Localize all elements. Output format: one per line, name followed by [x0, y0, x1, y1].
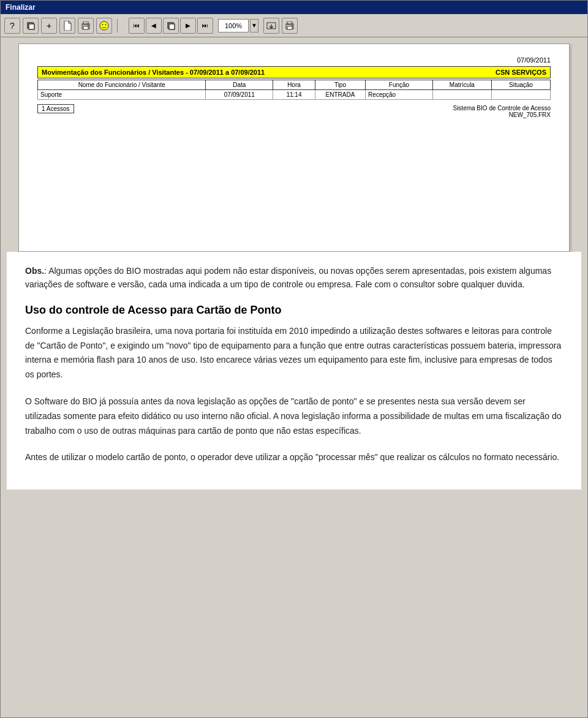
prev-page-button[interactable]: ◀	[146, 18, 162, 34]
cell-hora: 11:14	[273, 90, 315, 100]
first-page-button[interactable]: ⏮	[129, 18, 145, 34]
col-header-data: Data	[206, 80, 273, 90]
report-title-bar: Movimentação dos Funcionários / Visitant…	[37, 66, 551, 78]
col-header-funcao: Função	[366, 80, 433, 90]
file-button[interactable]	[59, 18, 75, 34]
svg-rect-1	[29, 24, 34, 29]
system-name: Sistema BIO de Controle de Acesso	[453, 105, 551, 111]
table-row: Suporte 07/09/2011 11:14 ENTRADA Recepçã…	[38, 90, 551, 100]
last-page-button[interactable]: ⏭	[197, 18, 213, 34]
title-bar: Finalizar	[1, 1, 587, 14]
svg-point-6	[100, 21, 108, 30]
cell-tipo: ENTRADA	[315, 90, 365, 100]
cell-data: 07/09/2011	[206, 90, 273, 100]
section1-title: Uso do controle de Acesso para Cartão de…	[25, 304, 563, 317]
content-area: 07/09/2011 Movimentação dos Funcionários…	[1, 37, 587, 496]
report-title: Movimentação dos Funcionários / Visitant…	[42, 69, 265, 76]
svg-point-7	[102, 24, 104, 25]
add-button[interactable]: +	[41, 18, 57, 34]
col-header-matricula: Matrícula	[432, 80, 491, 90]
svg-point-16	[292, 25, 293, 26]
print-button[interactable]	[78, 18, 94, 34]
nav-group: ⏮ ◀ ▶ ⏭	[129, 18, 213, 34]
cell-situacao	[491, 90, 550, 100]
svg-rect-10	[169, 24, 175, 29]
separator1	[117, 19, 118, 32]
system-info: Sistema BIO de Controle de Acesso NEW_70…	[453, 105, 551, 118]
report-company: CSN SERVIÇOS	[496, 69, 546, 76]
cell-funcao: Recepção	[366, 90, 433, 100]
report-container: 07/09/2011 Movimentação dos Funcionários…	[18, 43, 570, 252]
report-table: Nome do Funcionário / Visitante Data Hor…	[37, 80, 551, 100]
svg-point-8	[105, 24, 107, 25]
print2-button[interactable]	[282, 18, 298, 34]
main-content-area: Obs.: Algumas opções do BIO mostradas aq…	[7, 252, 581, 489]
copy-button[interactable]	[23, 18, 39, 34]
obs-paragraph: Obs.: Algumas opções do BIO mostradas aq…	[25, 264, 563, 292]
zoom-dropdown-button[interactable]: ▼	[250, 19, 258, 32]
svg-rect-4	[83, 26, 88, 29]
zoom-input[interactable]	[218, 19, 249, 32]
export-button[interactable]	[263, 18, 279, 34]
toolbar: ? + ⏮ ◀ ▶ ⏭ ▼	[1, 14, 587, 37]
cell-name: Suporte	[38, 90, 206, 100]
report-date: 07/09/2011	[37, 56, 551, 64]
copy2-button[interactable]	[163, 18, 179, 34]
main-window: Finalizar ? + ⏮ ◀ ▶ ⏭	[0, 0, 588, 718]
system-file: NEW_705.FRX	[453, 111, 551, 118]
col-header-name: Nome do Funcionário / Visitante	[38, 80, 206, 90]
section1-paragraph2: O Software do BIO já possuía antes da no…	[25, 395, 563, 438]
cell-matricula	[432, 90, 491, 100]
svg-rect-15	[287, 26, 292, 29]
col-header-hora: Hora	[273, 80, 315, 90]
svg-point-5	[88, 25, 89, 26]
section1-paragraph1: Conforme a Legislação brasileira, uma no…	[25, 324, 563, 382]
report-footer: 1 Acessos Sistema BIO de Controle de Ace…	[37, 102, 551, 118]
obs-label: Obs.	[25, 266, 44, 276]
access-count-area: 1 Acessos	[37, 102, 74, 118]
col-header-situacao: Situação	[491, 80, 550, 90]
access-badge: 1 Acessos	[37, 104, 74, 113]
next-page-button[interactable]: ▶	[180, 18, 196, 34]
section1-paragraph3: Antes de utilizar o modelo cartão de pon…	[25, 450, 563, 465]
help-button[interactable]: ?	[4, 18, 20, 34]
zoom-group: ▼	[218, 19, 258, 32]
window-title: Finalizar	[6, 3, 36, 12]
col-header-tipo: Tipo	[315, 80, 365, 90]
obs-text: : Algumas opções do BIO mostradas aqui p…	[25, 266, 551, 289]
smiley-button[interactable]	[96, 18, 112, 34]
